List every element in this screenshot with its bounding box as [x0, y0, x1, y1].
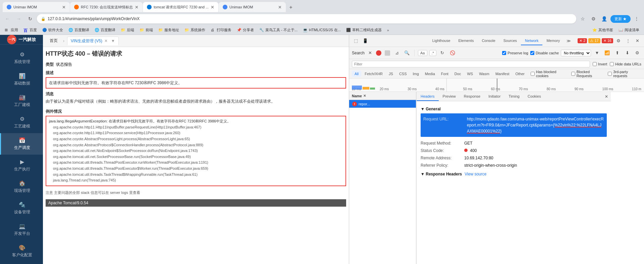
bookmark-system-ops[interactable]: 📁 系统操作 — [182, 27, 207, 33]
bookmark-service[interactable]: 📁 服务地址 — [156, 27, 181, 33]
dt-tab-memory[interactable]: Memory — [542, 37, 564, 45]
rd-tab-response[interactable]: Response — [460, 92, 485, 101]
dt-tab-sources[interactable]: Sources — [499, 37, 521, 45]
nav-tab-vin-close[interactable]: ✕ — [104, 39, 108, 43]
blocked-requests-checkbox[interactable] — [571, 72, 575, 76]
nf-tab-fetch-xhr[interactable]: Fetch/XHR — [362, 71, 385, 77]
dt-tab-console[interactable]: Console — [478, 37, 499, 45]
nav-tab-expand-icon[interactable]: ▼ — [111, 39, 115, 43]
hide-data-urls-label[interactable]: Hide data URLs — [610, 62, 641, 66]
nf-tab-css[interactable]: CSS — [396, 71, 410, 77]
browser-tab-2[interactable]: RFC 7230: 会出现发送钟情标志 ✕ — [70, 2, 143, 12]
back-button[interactable]: ← — [3, 14, 12, 23]
nf-tab-other[interactable]: Other — [513, 71, 527, 77]
url-bar[interactable]: 🔒 127.0.0.1/#/unimaxmes/pplan/umppWorkOr… — [37, 14, 576, 23]
nf-tab-doc[interactable]: Doc — [452, 71, 464, 77]
filter-toggle-button[interactable]: ⊿ — [393, 49, 401, 57]
rd-tab-initiator[interactable]: Initiator — [484, 92, 504, 101]
browser-tab-1[interactable]: Unimax IMOM ✕ — [3, 2, 70, 12]
filter-input[interactable] — [352, 61, 590, 67]
network-settings-button[interactable]: ⚙ — [633, 49, 641, 57]
throttle-select[interactable]: No throttling — [561, 50, 591, 56]
bookmark-htmlcss[interactable]: 💻 HTML/CSS/JS 在... — [301, 27, 343, 33]
nf-tab-all[interactable]: All — [352, 71, 361, 77]
sidebar-item-equipment-management[interactable]: 🔩 设备管理 — [0, 198, 43, 219]
nf-tab-js[interactable]: JS — [386, 71, 396, 77]
devtools-settings-button[interactable]: ⚙ — [614, 37, 623, 45]
bookmark-apps[interactable]: ⊞ 应用 — [3, 27, 20, 33]
third-party-requests-label[interactable]: 3rd-party requests — [608, 70, 641, 78]
details-close-button[interactable]: ✕ — [602, 92, 611, 101]
nf-tab-font[interactable]: Font — [438, 71, 451, 77]
bookmark-share[interactable]: 📌 分享者 — [235, 27, 256, 33]
refresh-button[interactable]: ↻ — [25, 14, 35, 23]
bookmark-print[interactable]: 🖨 打印服务 — [209, 27, 233, 33]
bookmark-qrcode[interactable]: ⬛ 草料二维码生成器 — [344, 27, 384, 33]
nf-tab-manifest[interactable]: Manifest — [493, 71, 512, 77]
stop-button[interactable] — [385, 50, 390, 56]
invert-checkbox[interactable] — [593, 62, 597, 66]
sidebar-item-production-schedule[interactable]: 📅 生产调度 — [0, 133, 43, 155]
bookmark-frontend[interactable]: 📁 前端 — [138, 27, 155, 33]
forward-button[interactable]: → — [14, 14, 23, 23]
tab-close-4[interactable]: ✕ — [278, 5, 282, 10]
case-sensitive-button[interactable]: Aa — [418, 50, 427, 56]
bookmark-translate2[interactable]: 🌐 百度翻译 — [93, 27, 117, 33]
device-toggle-button[interactable]: 📱 — [361, 37, 369, 45]
regex-button[interactable]: .* — [429, 50, 436, 56]
new-tab-button[interactable]: + — [286, 3, 296, 12]
tab-close-2[interactable]: ✕ — [135, 5, 139, 10]
menu-icon[interactable]: ⋮ — [632, 14, 641, 23]
extension-icon[interactable]: ⚙ — [589, 14, 598, 23]
disable-cache-checkbox[interactable] — [530, 51, 534, 55]
sidebar-item-customization[interactable]: 🎨 客户化配置 — [0, 241, 43, 262]
bookmark-cainiao[interactable]: 🔧 菜鸟工具 - 不止于... — [257, 27, 300, 33]
dt-tab-elements[interactable]: Elements — [454, 37, 478, 45]
rd-tab-cookies[interactable]: Cookies — [524, 92, 545, 101]
devtools-close-button[interactable]: ✕ — [633, 37, 641, 45]
sidebar-item-mobile-samples[interactable]: 📱 移动终端样例库 — [0, 262, 43, 264]
tab-close-3[interactable]: ✕ — [211, 5, 214, 10]
search-clear-button[interactable]: 🔍 — [403, 49, 411, 57]
preserve-log-label[interactable]: Preserve log — [502, 51, 528, 55]
clear-network-button[interactable]: 🚫 — [448, 49, 457, 57]
nf-tab-wasm[interactable]: Wasm — [476, 71, 492, 77]
search-close-button[interactable]: ✕ — [367, 50, 373, 56]
browser-tab-4[interactable]: Unimax IMOM ✕ — [219, 2, 286, 12]
bookmark-other[interactable]: ⭐ 其他书签 — [590, 27, 615, 33]
sidebar-item-production-execution[interactable]: ▶ 生产执行 — [0, 155, 43, 176]
sidebar-item-process-modeling[interactable]: ⚙ 工艺建模 — [0, 112, 43, 133]
update-button[interactable]: 更新 ★ — [610, 15, 631, 23]
sidebar-item-factory-modeling[interactable]: 🏭 工厂建模 — [0, 90, 43, 112]
nf-tab-ws[interactable]: WS — [464, 71, 476, 77]
hide-data-urls-checkbox[interactable] — [610, 62, 614, 66]
refresh-network-button[interactable]: ↻ — [438, 49, 446, 57]
sidebar-item-site-management[interactable]: 🏠 现场管理 — [0, 176, 43, 198]
devtools-more-button[interactable]: ⋮ — [624, 37, 632, 45]
bookmark-reading-list[interactable]: 📖 阅读清单 — [616, 27, 641, 33]
profile-icon[interactable]: 👤 — [600, 14, 609, 23]
bookmark-software[interactable]: 🔵 软件大全 — [40, 27, 65, 33]
bookmark-baidu[interactable]: 百 百度 — [21, 27, 39, 33]
has-blocked-cookies-checkbox[interactable] — [531, 72, 535, 76]
sidebar-item-basic-data[interactable]: 📊 基础数据 — [0, 69, 43, 90]
nf-tab-img[interactable]: Img — [410, 71, 422, 77]
request-row-report[interactable]: ! repor... — [349, 100, 416, 108]
invert-label[interactable]: Invert — [593, 62, 607, 66]
disable-cache-label[interactable]: Disable cache — [530, 51, 559, 55]
rd-tab-preview[interactable]: Preview — [439, 92, 460, 101]
blocked-requests-label[interactable]: Blocked Requests — [571, 70, 604, 78]
inspect-element-button[interactable]: ⬚ — [352, 37, 360, 45]
sidebar-item-system-management[interactable]: ⚙ 系统管理 — [0, 47, 43, 69]
dt-tab-more[interactable]: ≫ — [564, 37, 574, 45]
dt-tab-lighthouse[interactable]: Lighthouse — [428, 37, 454, 45]
import-har-button[interactable]: ⬆ — [613, 49, 621, 57]
has-blocked-cookies-label[interactable]: Has blocked cookies — [531, 70, 568, 78]
preserve-log-checkbox[interactable] — [502, 51, 506, 55]
sidebar-item-dev-platform[interactable]: 💻 开发平台 — [0, 219, 43, 241]
nf-tab-media[interactable]: Media — [422, 71, 438, 77]
view-source-link[interactable]: View source — [465, 172, 486, 176]
nav-tab-vin[interactable]: VIN生成管理 (V5) ✕ ▼ — [67, 37, 119, 45]
bookmark-icon[interactable]: ☆ — [578, 14, 588, 23]
bookmarks-more[interactable]: » — [385, 28, 391, 33]
